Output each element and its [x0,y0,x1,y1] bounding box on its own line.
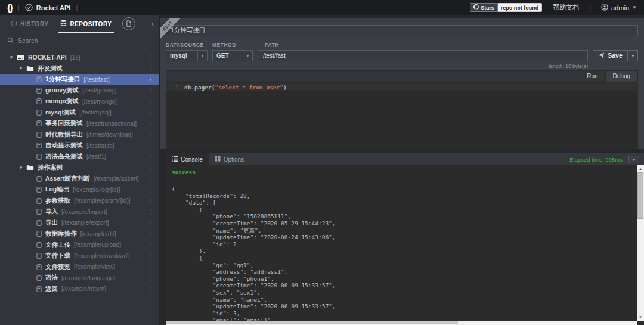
collapse-console-icon[interactable]: ▼ [628,156,639,163]
caret-down-icon[interactable]: ▼ [18,66,24,71]
tree-root[interactable]: ▼ROCKET-API[19]⋮ [0,52,159,63]
search-input[interactable] [18,37,137,44]
user-name: admin [611,4,629,11]
tab-options[interactable]: Options [209,153,250,165]
help-docs-link[interactable]: 帮助文档 [553,3,579,12]
scroll-down-icon[interactable]: ▼ [637,314,644,321]
save-options-dropdown[interactable]: ▼ [628,50,638,61]
tree-item-path: [/test/mongo] [82,98,117,105]
tree-folder[interactable]: ▼开发测试⋮ [0,63,159,75]
more-menu-icon[interactable]: ⋮ [148,165,154,171]
more-menu-icon[interactable]: ⋮ [148,143,154,149]
more-menu-icon[interactable]: ⋮ [148,219,154,226]
app-logo: {} [7,3,13,13]
tree-item[interactable]: 语法高亮测试[/test/1]⋮ [0,151,159,163]
scrollbar-thumb[interactable] [166,321,458,324]
tree-folder[interactable]: ▼操作案例⋮ [0,162,159,174]
datasource-select[interactable]: mysql ▼ [166,50,208,61]
file-icon [36,110,42,116]
console-line: "totalRecords": 28, [172,193,636,200]
more-menu-icon[interactable]: ⋮ [148,120,154,127]
scrollbar-thumb[interactable] [637,172,643,219]
code-area[interactable]: 1 db.pager( "select * from user" ) [166,82,637,150]
tree-item[interactable]: 文件预览[/example/view]⋮ [0,262,159,273]
tab-history[interactable]: HISTORY [5,15,54,33]
tree-item-path: [/test/auto] [86,143,114,149]
tree-item[interactable]: 文件上传[/example/upload]⋮ [0,240,159,251]
console-line: "id": 2 [172,241,636,248]
tab-console-label: Console [181,156,203,163]
tree-item[interactable]: 1分钟写接口[/test/fast]⋮ [0,74,159,85]
tree-item[interactable]: 事务回滚测试[/test/transactional]⋮ [0,118,159,129]
more-menu-icon[interactable]: ⋮ [148,131,154,138]
console-output[interactable]: success { "totalRecords": 28, "data": [ … [166,165,644,325]
more-menu-icon[interactable]: ⋮ [148,253,154,259]
tree-item[interactable]: 数据库操作[/example/db]⋮ [0,228,159,240]
api-name-input[interactable] [166,25,638,36]
tree-item[interactable]: 语法[/example/language]⋮ [0,273,159,284]
collapse-sidebar-icon[interactable]: ‹ [151,20,154,28]
path-input[interactable] [258,50,588,61]
tree-item[interactable]: 参数获取[/example/param/{id}]⋮ [0,196,159,207]
more-menu-icon[interactable]: ⋮ [148,109,154,116]
tree-item[interactable]: Log输出[/example/log/{id}]⋮ [0,184,159,196]
tree-item-label: 文件下载 [45,252,70,260]
tab-console[interactable]: Console [166,153,209,165]
more-menu-icon[interactable]: ⋮ [148,98,154,105]
tree-item[interactable]: 返回[/example/return]⋮ [0,284,159,295]
more-menu-icon[interactable]: ⋮ [148,187,154,193]
chevron-down-icon[interactable]: ▼ [198,50,208,61]
more-menu-icon[interactable]: ⋮ [148,65,154,72]
more-menu-icon[interactable]: ⋮ [148,286,154,292]
tree-item[interactable]: 导入[/example/import]⋮ [0,206,159,218]
more-menu-icon[interactable]: ⋮ [148,242,154,248]
more-menu-icon[interactable]: ⋮ [148,209,154,215]
tree-item-path: [/example/log/{id}] [73,187,120,193]
more-menu-icon[interactable]: ⋮ [148,54,154,61]
method-select[interactable]: GET ▼ [212,50,253,61]
user-menu[interactable]: admin ▼ [601,4,637,12]
more-menu-icon[interactable]: ⋮ [148,231,154,237]
debug-button[interactable]: Debug [605,71,637,82]
horizontal-scrollbar[interactable] [166,321,637,325]
tree-item[interactable]: 导出[/texample/export]⋮ [0,218,159,229]
tree-item[interactable]: 文件下载[/example/download]⋮ [0,250,159,262]
tree-item-label: 导入 [45,208,58,216]
new-api-button[interactable] [122,17,135,30]
vertical-scrollbar[interactable]: ▲ ▼ [637,165,644,321]
tree-item-path: [/test/mysql] [79,109,111,116]
more-menu-icon[interactable]: ⋮ [148,264,154,270]
tab-repository[interactable]: REPOSITORY [54,15,117,33]
file-icon [36,209,42,215]
run-button[interactable]: Run [580,71,605,82]
save-button[interactable]: Save ▼ [593,50,638,61]
tree-item-path: [/times/download] [86,131,133,138]
line-number: 1 [166,84,184,91]
tree-item[interactable]: mongo测试[/test/mongo]⋮ [0,96,159,107]
tree-item[interactable]: groovy测试[/test/groovy]⋮ [0,85,159,97]
more-menu-icon[interactable]: ⋮ [148,76,154,83]
tree-item-path: [/example/view] [74,264,115,270]
scroll-up-icon[interactable]: ▲ [637,165,644,172]
tree-item[interactable]: Assert断言判断[/example/assert]⋮ [0,174,159,185]
github-stars-badge[interactable]: Stars repo not found [470,3,542,12]
chevron-down-icon[interactable]: ▼ [243,50,253,61]
more-menu-icon[interactable]: ⋮ [148,87,154,94]
chevron-down-icon: ▼ [632,5,637,10]
more-menu-icon[interactable]: ⋮ [148,153,154,160]
more-menu-icon[interactable]: ⋮ [148,275,154,281]
grid-icon [215,156,221,163]
more-menu-icon[interactable]: ⋮ [148,197,154,204]
more-menu-icon[interactable]: ⋮ [148,175,154,182]
save-label: Save [608,52,623,59]
tree-item-count: [19] [70,54,80,61]
tree-item[interactable]: mysql测试[/test/mysql]⋮ [0,107,159,119]
rocket-api-app: {} | Rocket API | Stars repo not found 帮… [0,0,644,325]
caret-down-icon[interactable]: ▼ [8,55,14,60]
tree-item[interactable]: 时代数据导出[/times/download]⋮ [0,129,159,141]
tree-item[interactable]: 自动提示测试[/test/auto]⋮ [0,140,159,151]
console-line: "id": 3, [172,310,636,317]
divider: | [589,4,591,11]
caret-down-icon[interactable]: ▼ [18,165,24,171]
method-value: GET [212,50,243,61]
